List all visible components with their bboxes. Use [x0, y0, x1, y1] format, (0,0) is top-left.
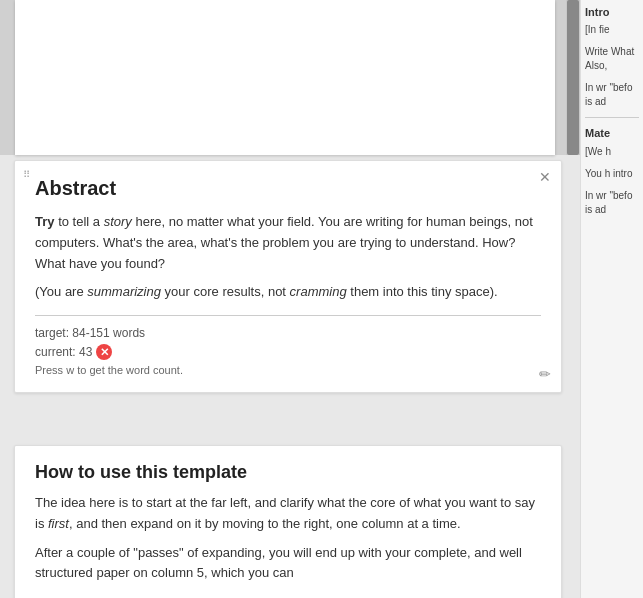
right-panel: Intro [In fie Write What Also, In wr "be…: [580, 0, 643, 598]
abstract-card: ⠿ ✕ Abstract Try to tell a story here, n…: [14, 160, 562, 393]
edit-icon[interactable]: ✏: [539, 366, 551, 382]
document-page-top: [15, 0, 555, 155]
scrollbar-thumb[interactable]: [567, 0, 579, 155]
howto-paragraph-1: The idea here is to start at the far lef…: [35, 493, 541, 535]
abstract-close-button[interactable]: ✕: [537, 169, 553, 185]
intro-body-text: Write What Also,: [585, 45, 639, 73]
doc-top-area: [0, 0, 580, 155]
materials-body-text: You h intro: [585, 167, 639, 181]
cramming-italic: cramming: [290, 284, 347, 299]
intro-extra-text: In wr "befo is ad: [585, 81, 639, 109]
summarizing-italic: summarizing: [87, 284, 161, 299]
current-count-row: current: 43 ✕: [35, 344, 541, 360]
materials-extra-text: In wr "befo is ad: [585, 189, 639, 217]
card-divider: [35, 315, 541, 316]
howto-card: How to use this template The idea here i…: [14, 445, 562, 598]
materials-section-title: Mate: [585, 126, 639, 140]
abstract-paragraph-1: Try to tell a story here, no matter what…: [35, 212, 541, 274]
drag-handle-icon[interactable]: ⠿: [23, 169, 37, 183]
story-italic: story: [104, 214, 132, 229]
scrollbar-track[interactable]: [566, 0, 580, 155]
first-italic: first: [48, 516, 69, 531]
target-count: target: 84-151 words: [35, 326, 541, 340]
hint-text: Press w to get the word count.: [35, 364, 541, 376]
right-divider: [585, 117, 639, 118]
abstract-title: Abstract: [35, 177, 541, 200]
intro-section-title: Intro: [585, 5, 639, 19]
intro-bracket-text: [In fie: [585, 23, 639, 37]
current-count-text: current: 43: [35, 345, 92, 359]
howto-paragraph-2: After a couple of "passes" of expanding,…: [35, 543, 541, 585]
error-icon: ✕: [96, 344, 112, 360]
abstract-paragraph-2: (You are summarizing your core results, …: [35, 282, 541, 303]
left-panel: ⠿ ✕ Abstract Try to tell a story here, n…: [0, 0, 580, 598]
main-container: ⠿ ✕ Abstract Try to tell a story here, n…: [0, 0, 643, 598]
try-bold: Try: [35, 214, 55, 229]
materials-bracket-text: [We h: [585, 145, 639, 159]
howto-title: How to use this template: [35, 462, 541, 483]
